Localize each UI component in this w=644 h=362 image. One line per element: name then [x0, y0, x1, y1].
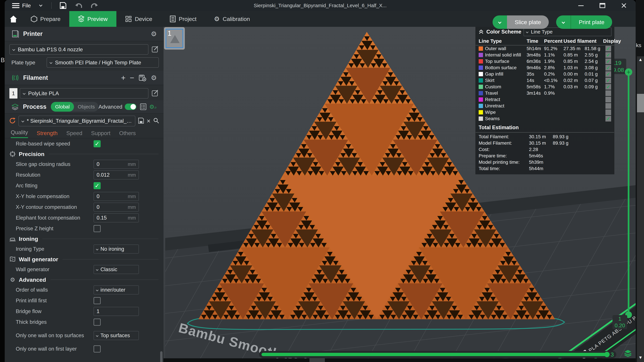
display-checkbox[interactable] [606, 90, 611, 96]
advanced-toggle[interactable] [125, 104, 136, 110]
tab-preview[interactable]: Preview [69, 11, 116, 27]
filament-settings-gear-icon[interactable]: ⚙ [151, 74, 157, 81]
value-input[interactable]: 0.15mm [94, 213, 139, 222]
home-tab[interactable] [5, 11, 22, 27]
print-plate-button[interactable]: Print plate [570, 15, 612, 29]
checkbox-unchecked[interactable] [94, 346, 100, 353]
checkbox-unchecked[interactable] [94, 297, 100, 304]
display-checkbox[interactable]: ✓ [606, 71, 611, 77]
process-tab-quality[interactable]: Quality [11, 129, 28, 138]
display-checkbox[interactable]: ✓ [606, 65, 611, 70]
scope-objects[interactable]: Objects [74, 104, 98, 110]
checkbox-checked[interactable]: ✓ [94, 140, 100, 147]
add-filament-button[interactable]: + [119, 74, 128, 82]
divider [51, 2, 52, 9]
display-checkbox[interactable]: ✓ [606, 78, 611, 83]
setting-label: Role-based wipe speed [16, 141, 90, 147]
filament-icon [12, 74, 19, 82]
select-dropdown[interactable]: inner/outer [94, 285, 139, 295]
step-slider[interactable]: 3 [259, 351, 616, 358]
select-dropdown[interactable]: Classic [94, 265, 139, 274]
layer-slider-top-handle[interactable]: + [625, 68, 632, 76]
minimize-button[interactable] [578, 2, 584, 9]
setting-label: Bridge flow [16, 308, 90, 314]
process-preset-dropdown[interactable]: * Sierpinski_Triangular_Bipyramid_Fracta… [18, 116, 135, 126]
print-plate-dropdown[interactable] [556, 15, 570, 29]
plate-type-dropdown[interactable]: Smooth PEI Plate / High Temp Plate [46, 57, 159, 68]
legend-row: Seams✓ [476, 115, 614, 122]
reset-process-icon[interactable] [9, 117, 16, 125]
value-input[interactable]: 0mm [94, 192, 139, 201]
checkbox-checked[interactable]: ✓ [94, 182, 100, 189]
filament-edit-icon[interactable] [152, 89, 159, 97]
process-tab-others[interactable]: Others [119, 130, 136, 138]
slice-plate-split-button: Slice plate [492, 15, 549, 29]
setting-row: Resolution0.012mm [5, 170, 164, 180]
side-panel: Printer ⚙ Bambu Lab P1S 0.4 nozzle Plate… [5, 27, 164, 362]
slice-plate-dropdown[interactable] [492, 15, 507, 29]
delete-preset-icon[interactable]: × [147, 117, 150, 125]
close-button[interactable] [620, 2, 627, 9]
color-scheme-title: Color Scheme [486, 29, 521, 35]
display-checkbox[interactable] [606, 97, 611, 102]
display-checkbox[interactable]: ✓ [606, 116, 611, 121]
maximize-button[interactable] [599, 2, 606, 9]
plate-thumbnail[interactable]: 1 [164, 27, 185, 50]
display-checkbox[interactable] [606, 109, 611, 115]
total-estimation-row: Total Filament:30.15 m89.93 g [476, 134, 614, 140]
checkbox-unchecked[interactable] [94, 225, 100, 232]
background-scrollbar-thumb [637, 94, 644, 112]
process-tab-strength[interactable]: Strength [37, 130, 58, 138]
chevron-down-icon [23, 92, 26, 95]
settings-scrollbar[interactable] [160, 351, 162, 362]
tab-calibration[interactable]: ⚙ Calibration [205, 11, 259, 27]
collapse-panel-icon[interactable] [478, 29, 484, 35]
save-icon[interactable] [59, 2, 67, 9]
redo-icon[interactable] [90, 2, 98, 9]
process-search-settings-icon[interactable]: ⚙⌕ [149, 103, 157, 110]
process-tab-speed[interactable]: Speed [66, 130, 82, 138]
checkbox-unchecked[interactable] [94, 319, 100, 326]
setting-row: Order of wallsinner/outer [5, 285, 164, 295]
display-checkbox[interactable]: ✓ [606, 58, 611, 64]
display-checkbox[interactable]: ✓ [606, 84, 611, 90]
remove-filament-button[interactable]: − [128, 74, 136, 82]
tab-device[interactable]: Device [116, 11, 161, 27]
project-icon [170, 15, 176, 22]
slice-plate-button[interactable]: Slice plate [507, 15, 549, 29]
filament-slot-badge: 1 [10, 88, 18, 98]
value-input[interactable]: 0mm [94, 160, 139, 169]
filament-preset-dropdown[interactable]: PolyLite PLA [20, 88, 148, 98]
ams-sync-icon[interactable] [139, 74, 146, 82]
setting-label: Thick bridges [16, 319, 90, 325]
display-checkbox[interactable]: ✓ [606, 52, 611, 58]
layer-slider-track[interactable] [628, 75, 630, 314]
file-menu-chevron-icon[interactable] [39, 3, 42, 7]
printer-settings-gear-icon[interactable]: ⚙ [151, 30, 157, 37]
display-checkbox[interactable] [606, 103, 611, 109]
undo-icon[interactable] [75, 2, 82, 9]
step-slider-handle[interactable] [604, 352, 610, 357]
advanced-label: Advanced [98, 104, 122, 110]
search-icon[interactable] [153, 117, 160, 125]
menu-icon[interactable] [12, 3, 20, 8]
parameter-list-icon[interactable] [139, 103, 147, 111]
select-dropdown[interactable]: Top surfaces [94, 331, 139, 340]
file-menu[interactable]: File [22, 2, 31, 9]
value-input[interactable]: 0.012mm [94, 170, 139, 179]
printer-preset-dropdown[interactable]: Bambu Lab P1S 0.4 nozzle [10, 44, 148, 55]
value-input[interactable]: 0mm [94, 203, 139, 212]
process-tab-support[interactable]: Support [91, 130, 110, 138]
process-section-title: Process [23, 103, 46, 110]
tab-project[interactable]: Project [161, 11, 205, 27]
save-preset-icon[interactable] [138, 117, 144, 125]
value-input[interactable]: 1 [94, 307, 139, 316]
select-dropdown[interactable]: No ironing [94, 245, 139, 254]
printer-edit-icon[interactable] [152, 45, 159, 53]
bottom-scrollbar-thumb[interactable] [310, 358, 325, 362]
display-checkbox[interactable]: ✓ [606, 46, 611, 51]
title-bar: File Sierpinski_Triangular_Bipyramid_Fra… [5, 0, 636, 11]
tab-prepare[interactable]: Prepare [22, 11, 69, 27]
total-estimation-row: Prepare time:5m46s [476, 153, 614, 159]
scope-global[interactable]: Global [51, 102, 74, 112]
